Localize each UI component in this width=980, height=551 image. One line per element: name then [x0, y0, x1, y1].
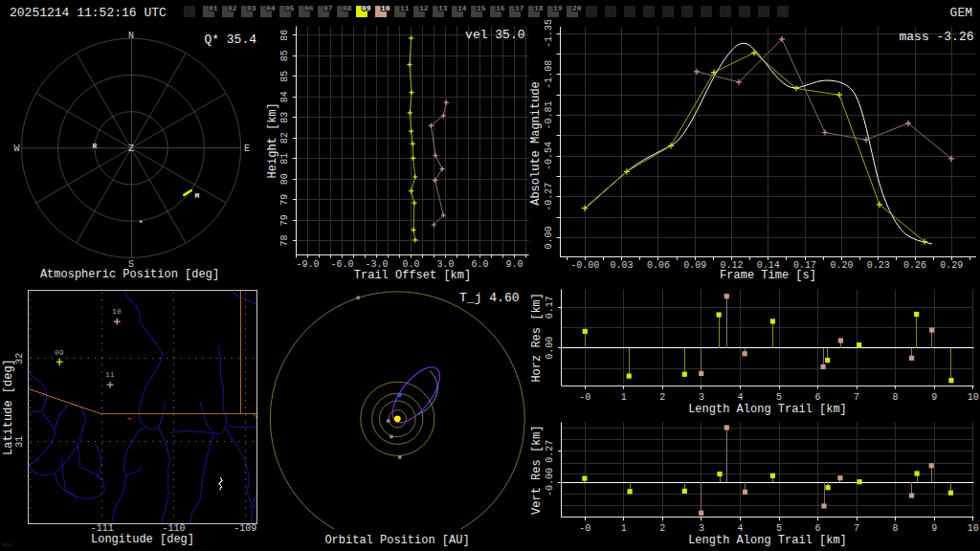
svg-text:0.09: 0.09: [683, 260, 706, 271]
svg-text:10: 10: [968, 523, 979, 534]
svg-text:79: 79: [280, 214, 291, 226]
svg-text:11: 11: [400, 4, 410, 12]
svg-text:6: 6: [815, 392, 821, 403]
svg-text:0.03: 0.03: [611, 260, 634, 271]
svg-text:2: 2: [659, 523, 665, 534]
svg-text:8: 8: [893, 523, 899, 534]
svg-text:3: 3: [699, 392, 704, 403]
svg-text:86: 86: [280, 30, 291, 41]
svg-text:85: 85: [280, 50, 291, 61]
svg-text:-1.35: -1.35: [545, 19, 555, 48]
svg-text:13: 13: [438, 4, 448, 12]
svg-text:N: N: [128, 31, 134, 41]
svg-text:4: 4: [737, 523, 743, 534]
svg-text:02: 02: [228, 4, 237, 12]
svg-text:E: E: [244, 143, 250, 154]
svg-text:78: 78: [280, 235, 291, 247]
svg-text:01: 01: [209, 4, 218, 12]
svg-text:W: W: [14, 143, 20, 154]
svg-text:10: 10: [968, 392, 979, 403]
svg-text:9: 9: [931, 523, 937, 534]
svg-text:06: 06: [304, 4, 314, 12]
svg-text:R: R: [93, 142, 98, 150]
svg-text:mju: mju: [3, 541, 13, 548]
svg-text:0.27: 0.27: [545, 440, 555, 463]
svg-text:0.00: 0.00: [545, 226, 555, 249]
svg-text:Z: Z: [128, 143, 134, 154]
svg-text:-1.08: -1.08: [545, 60, 555, 89]
svg-text:15: 15: [477, 4, 486, 12]
svg-text:9.0: 9.0: [505, 259, 523, 270]
svg-text:Orbital Position [AU]: Orbital Position [AU]: [324, 534, 469, 547]
svg-text:mass -3.26: mass -3.26: [899, 30, 973, 44]
svg-text:Frame Time [s]: Frame Time [s]: [720, 269, 816, 282]
svg-text:79: 79: [280, 194, 291, 206]
svg-text:1: 1: [621, 392, 627, 403]
svg-text:82: 82: [280, 132, 291, 143]
svg-text:-6.0: -6.0: [330, 259, 353, 270]
svg-text:GEM: GEM: [950, 6, 972, 20]
svg-text:31: 31: [15, 436, 26, 448]
svg-text:3: 3: [699, 523, 704, 534]
svg-text:-0.54: -0.54: [545, 142, 555, 170]
svg-text:4: 4: [737, 392, 743, 403]
svg-text:20: 20: [572, 4, 582, 12]
svg-text:07: 07: [323, 4, 333, 12]
svg-text:-0.00: -0.00: [570, 260, 599, 271]
svg-text:32: 32: [15, 353, 26, 364]
svg-text:Absolute Magnitude: Absolute Magnitude: [529, 81, 543, 206]
svg-text:17: 17: [515, 4, 524, 12]
svg-text:84: 84: [280, 91, 291, 102]
svg-text:19: 19: [553, 4, 563, 12]
svg-text:5: 5: [776, 523, 782, 534]
svg-text:-0.81: -0.81: [545, 100, 555, 129]
svg-text:-9.0: -9.0: [296, 259, 319, 270]
svg-text:20251214 11:52:16 UTC: 20251214 11:52:16 UTC: [10, 6, 167, 20]
svg-text:0.20: 0.20: [830, 260, 853, 271]
svg-text:0.17: 0.17: [545, 296, 555, 319]
svg-text:Vert Res [km]: Vert Res [km]: [530, 425, 544, 515]
svg-text:-0.27: -0.27: [545, 183, 555, 211]
svg-text:08: 08: [343, 4, 352, 12]
svg-text:0.29: 0.29: [940, 260, 963, 271]
svg-text:12: 12: [419, 4, 429, 12]
svg-text:Trail Offset [km]: Trail Offset [km]: [354, 269, 471, 282]
svg-text:81: 81: [280, 153, 291, 165]
svg-text:85: 85: [280, 71, 291, 82]
svg-text:83: 83: [280, 112, 291, 123]
svg-text:16: 16: [496, 4, 505, 12]
svg-text:18: 18: [534, 4, 544, 12]
svg-text:Length Along Trail [km]: Length Along Trail [km]: [688, 534, 847, 547]
svg-text:10: 10: [381, 4, 390, 12]
svg-text:Q* 35.4: Q* 35.4: [204, 33, 256, 47]
svg-text:0.26: 0.26: [903, 260, 926, 271]
svg-text:0.23: 0.23: [867, 260, 890, 271]
svg-text:0.06: 0.06: [647, 260, 670, 271]
svg-text:05: 05: [285, 4, 295, 12]
svg-text:09: 09: [55, 348, 64, 357]
svg-text:7: 7: [854, 392, 859, 403]
svg-text:T_j 4.60: T_j 4.60: [459, 291, 519, 305]
svg-text:Height [km]: Height [km]: [267, 102, 280, 178]
svg-text:Atmospheric Position [deg]: Atmospheric Position [deg]: [40, 268, 219, 281]
svg-text:-109: -109: [234, 523, 256, 534]
svg-text:14: 14: [457, 4, 467, 12]
svg-text:7: 7: [854, 523, 859, 534]
svg-text:1: 1: [621, 523, 627, 534]
svg-text:-0: -0: [579, 523, 590, 534]
svg-text:04: 04: [266, 4, 276, 12]
svg-text:5: 5: [776, 392, 782, 403]
svg-text:2: 2: [659, 392, 665, 403]
svg-text:0.00: 0.00: [545, 337, 555, 360]
svg-text:03: 03: [247, 4, 256, 12]
svg-text:Length Along Trail [km]: Length Along Trail [km]: [688, 403, 847, 416]
svg-text:11: 11: [105, 370, 115, 379]
svg-text:Horz Res [km]: Horz Res [km]: [530, 293, 544, 383]
svg-text:vel 35.0: vel 35.0: [465, 28, 524, 42]
svg-text:-0.00: -0.00: [545, 468, 555, 496]
svg-text:10: 10: [112, 307, 122, 316]
svg-text:Latitude [deg]: Latitude [deg]: [3, 359, 16, 455]
svg-text:6.0: 6.0: [471, 259, 488, 270]
svg-text:-0: -0: [579, 392, 590, 403]
svg-text:Longitude [deg]: Longitude [deg]: [91, 533, 194, 546]
